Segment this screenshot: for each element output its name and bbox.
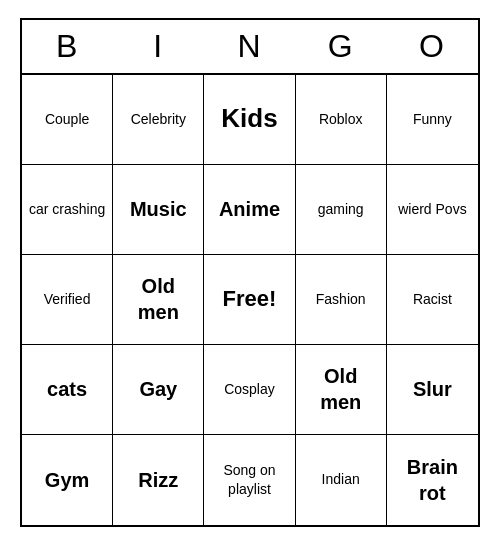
bingo-cell: Gym	[22, 435, 113, 525]
header-letter: B	[22, 20, 113, 73]
bingo-cell: Music	[113, 165, 204, 255]
bingo-cell: Song on playlist	[204, 435, 295, 525]
bingo-cell: cats	[22, 345, 113, 435]
bingo-cell: wierd Povs	[387, 165, 478, 255]
bingo-cell: Verified	[22, 255, 113, 345]
bingo-cell: Couple	[22, 75, 113, 165]
bingo-card: BINGO CoupleCelebrityKidsRobloxFunnycar …	[20, 18, 480, 527]
header-letter: N	[204, 20, 295, 73]
bingo-grid: CoupleCelebrityKidsRobloxFunnycar crashi…	[22, 75, 478, 525]
bingo-cell: Old men	[296, 345, 387, 435]
bingo-cell: Slur	[387, 345, 478, 435]
bingo-cell: Celebrity	[113, 75, 204, 165]
bingo-header: BINGO	[22, 20, 478, 75]
bingo-cell: Indian	[296, 435, 387, 525]
bingo-cell: Brain rot	[387, 435, 478, 525]
bingo-cell: Funny	[387, 75, 478, 165]
bingo-cell: Racist	[387, 255, 478, 345]
bingo-cell: car crashing	[22, 165, 113, 255]
bingo-cell: Kids	[204, 75, 295, 165]
bingo-cell: gaming	[296, 165, 387, 255]
bingo-cell: Anime	[204, 165, 295, 255]
bingo-cell: Gay	[113, 345, 204, 435]
bingo-cell: Cosplay	[204, 345, 295, 435]
bingo-cell: Old men	[113, 255, 204, 345]
header-letter: G	[296, 20, 387, 73]
bingo-cell: Free!	[204, 255, 295, 345]
bingo-cell: Rizz	[113, 435, 204, 525]
header-letter: O	[387, 20, 478, 73]
header-letter: I	[113, 20, 204, 73]
bingo-cell: Fashion	[296, 255, 387, 345]
bingo-cell: Roblox	[296, 75, 387, 165]
